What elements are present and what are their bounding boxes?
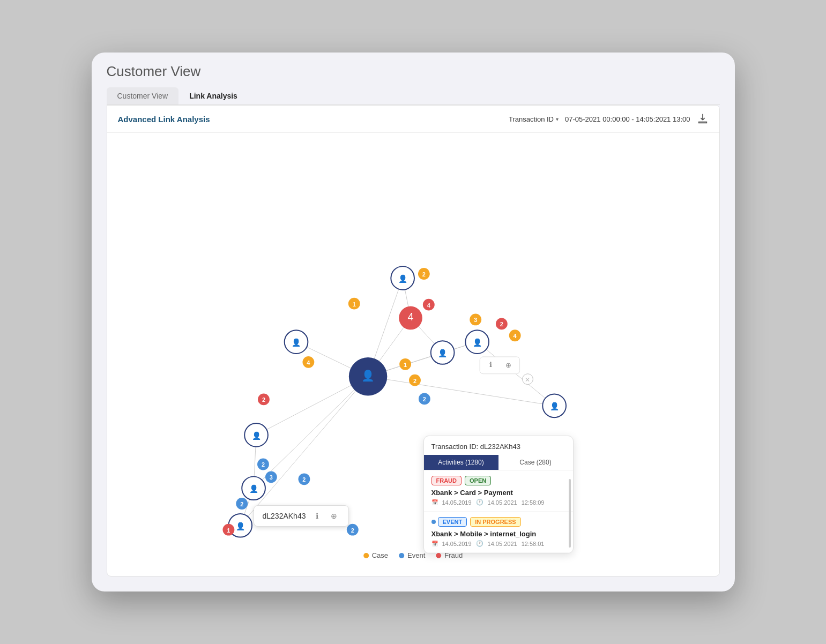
legend-label-fraud: Fraud <box>444 551 463 559</box>
page-title: Customer View <box>107 63 720 80</box>
svg-text:1: 1 <box>352 301 355 308</box>
legend-dot-case <box>363 553 369 558</box>
node-label-text: dL232AKh43 <box>263 512 306 520</box>
svg-text:4: 4 <box>513 333 516 339</box>
item-1-meta: 📅 14.05.2019 🕐 14.05.2021 12:58:09 <box>431 499 565 506</box>
legend-fraud: Fraud <box>436 551 463 559</box>
svg-text:2: 2 <box>351 527 354 534</box>
date-range: 07-05-2021 00:00:00 - 14:05:2021 13:00 <box>565 115 690 123</box>
item-2-time: 12:58:01 <box>522 541 545 547</box>
svg-text:2: 2 <box>302 476 306 483</box>
node-info-icon[interactable]: ℹ <box>311 510 323 522</box>
svg-text:2: 2 <box>413 378 416 384</box>
svg-text:ℹ: ℹ <box>489 361 492 369</box>
item-2-date-start: 14.05.2019 <box>442 541 472 547</box>
clock-icon-2: 🕐 <box>476 540 483 547</box>
toolbar-title: Advanced Link Analysis <box>118 115 210 124</box>
scroll-indicator <box>569 479 571 548</box>
badge-row-2: EVENT IN PROGRESS <box>431 517 565 527</box>
badge-open: OPEN <box>465 476 491 485</box>
detail-item-1: FRAUD OPEN Xbank > Card > Payment 📅 14.0… <box>424 470 573 512</box>
svg-text:👤: 👤 <box>438 349 448 358</box>
badge-row-1: FRAUD OPEN <box>431 476 565 485</box>
node-expand-icon[interactable]: ⊕ <box>328 510 340 522</box>
graph-area: 👤 👤 4 👤 👤 👤 👤 👤 👤 👤 <box>107 133 719 572</box>
badge-inprogress: IN PROGRESS <box>470 517 520 527</box>
svg-text:1: 1 <box>227 527 230 534</box>
item-2-date-end: 14.05.2021 <box>488 541 517 547</box>
item-1-date-end: 14.05.2021 <box>488 499 517 506</box>
detail-tab-case[interactable]: Case (280) <box>498 455 573 470</box>
calendar-icon-2: 📅 <box>431 541 438 546</box>
event-dot <box>431 520 436 524</box>
detail-panel: Transaction ID: dL232AKh43 Activities (1… <box>423 436 574 553</box>
legend-label-event: Event <box>407 551 425 559</box>
badge-fraud: FRAUD <box>431 476 462 485</box>
graph-svg: 👤 👤 4 👤 👤 👤 👤 👤 👤 👤 <box>107 133 719 572</box>
svg-text:👤: 👤 <box>249 484 258 493</box>
detail-tab-activities[interactable]: Activities (1280) <box>424 455 498 470</box>
svg-rect-61 <box>480 357 519 374</box>
svg-text:👤: 👤 <box>472 338 482 347</box>
transaction-id-filter[interactable]: Transaction ID ▾ <box>509 115 559 123</box>
svg-text:3: 3 <box>474 317 477 323</box>
svg-text:2: 2 <box>422 271 425 278</box>
svg-text:⊕: ⊕ <box>505 361 511 369</box>
svg-text:👤: 👤 <box>292 338 301 347</box>
svg-text:4: 4 <box>407 311 413 323</box>
badge-event: EVENT <box>438 517 467 527</box>
svg-text:3: 3 <box>269 474 272 481</box>
legend-dot-fraud <box>436 553 441 558</box>
svg-text:2: 2 <box>262 396 265 403</box>
legend-case: Case <box>363 551 388 559</box>
toolbar: Advanced Link Analysis Transaction ID ▾ … <box>107 106 719 133</box>
tabs-bar: Customer View Link Analysis <box>107 87 720 105</box>
detail-panel-header: Transaction ID: dL232AKh43 <box>424 436 573 455</box>
legend-dot-event <box>399 553 404 558</box>
tab-link-analysis[interactable]: Link Analysis <box>178 87 248 104</box>
svg-text:4: 4 <box>427 302 430 309</box>
svg-text:2: 2 <box>240 501 243 507</box>
svg-text:2: 2 <box>261 462 264 468</box>
legend-label-case: Case <box>372 551 388 559</box>
clock-icon-1: 🕐 <box>476 499 483 506</box>
device-frame: Customer View Customer View Link Analysi… <box>92 53 735 591</box>
item-2-title: Xbank > Mobile > internet_login <box>431 530 565 538</box>
svg-text:2: 2 <box>500 321 503 327</box>
download-icon[interactable] <box>697 113 709 125</box>
svg-text:👤: 👤 <box>235 522 245 531</box>
legend: Case Event Fraud <box>363 551 463 559</box>
svg-text:👤: 👤 <box>398 274 407 283</box>
svg-text:1: 1 <box>404 362 407 368</box>
svg-text:👤: 👤 <box>251 431 261 440</box>
item-1-date-start: 14.05.2019 <box>442 499 472 506</box>
svg-text:✕: ✕ <box>525 376 530 384</box>
node-label-popup: dL232AKh43 ℹ ⊕ <box>254 505 349 527</box>
chevron-down-icon: ▾ <box>556 116 559 122</box>
item-1-title: Xbank > Card > Payment <box>431 489 565 497</box>
filter-label: Transaction ID <box>509 115 554 123</box>
calendar-icon-1: 📅 <box>431 499 438 505</box>
tab-customer-view[interactable]: Customer View <box>107 87 179 104</box>
item-2-meta: 📅 14.05.2019 🕐 14.05.2021 12:58:01 <box>431 540 565 547</box>
main-content: Advanced Link Analysis Transaction ID ▾ … <box>107 105 720 576</box>
toolbar-right: Transaction ID ▾ 07-05-2021 00:00:00 - 1… <box>509 113 709 125</box>
svg-text:2: 2 <box>422 396 426 402</box>
svg-text:4: 4 <box>307 360 310 366</box>
svg-text:👤: 👤 <box>361 369 375 382</box>
detail-item-2: EVENT IN PROGRESS Xbank > Mobile > inter… <box>424 512 573 553</box>
item-1-time: 12:58:09 <box>522 499 545 506</box>
svg-text:👤: 👤 <box>549 402 559 411</box>
detail-tabs: Activities (1280) Case (280) <box>424 455 573 470</box>
legend-event: Event <box>399 551 425 559</box>
